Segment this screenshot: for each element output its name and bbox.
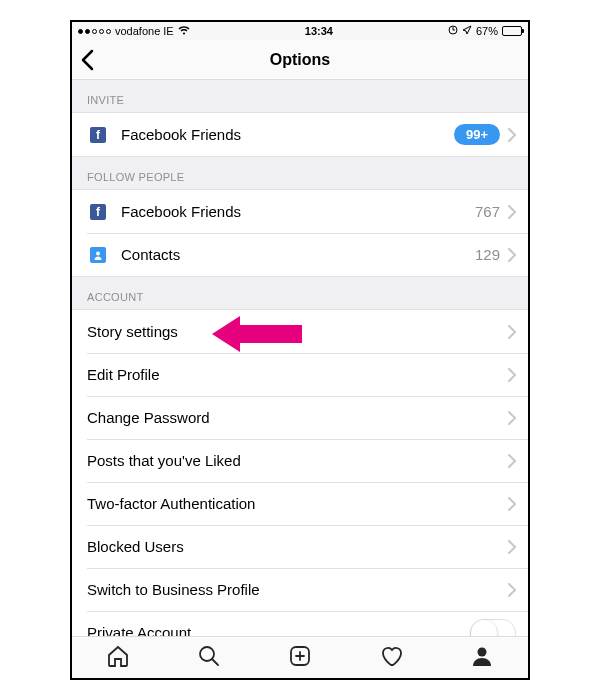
chevron-right-icon [508,497,516,511]
chevron-right-icon [508,368,516,382]
facebook-icon: f [87,204,109,220]
status-bar: vodafone IE 13:34 67% [72,22,528,40]
row-change-password[interactable]: Change Password [72,396,528,439]
section-invite: f Facebook Friends 99+ [72,112,528,157]
row-label: Switch to Business Profile [87,581,508,598]
facebook-icon: f [87,127,109,143]
phone-frame: vodafone IE 13:34 67% Options INVITE [70,20,530,680]
compass-icon [448,25,458,37]
battery-pct: 67% [476,25,498,37]
row-follow-contacts[interactable]: Contacts 129 [72,233,528,276]
svg-line-3 [212,659,218,665]
row-label: Facebook Friends [121,203,475,220]
row-label: Facebook Friends [121,126,454,143]
add-post-icon [288,644,312,672]
row-posts-liked[interactable]: Posts that you've Liked [72,439,528,482]
row-count: 767 [475,203,500,220]
content-scroll[interactable]: INVITE f Facebook Friends 99+ FOLLOW PEO… [72,80,528,636]
row-label: Change Password [87,409,508,426]
row-invite-facebook-friends[interactable]: f Facebook Friends 99+ [72,113,528,156]
tab-add[interactable] [254,637,345,678]
tab-search[interactable] [163,637,254,678]
section-account: Story settings Edit Profile Change Passw… [72,309,528,636]
chevron-right-icon [508,454,516,468]
row-label: Blocked Users [87,538,508,555]
battery-icon [502,26,522,36]
row-story-settings[interactable]: Story settings [72,310,528,353]
chevron-right-icon [508,540,516,554]
wifi-icon [178,25,190,37]
row-two-factor-auth[interactable]: Two-factor Authentication [72,482,528,525]
page-title: Options [270,51,330,69]
row-label: Edit Profile [87,366,508,383]
svg-point-1 [96,251,100,255]
location-icon [462,25,472,37]
row-switch-business-profile[interactable]: Switch to Business Profile [72,568,528,611]
row-label: Posts that you've Liked [87,452,508,469]
tab-activity[interactable] [346,637,437,678]
chevron-right-icon [508,205,516,219]
status-time: 13:34 [305,25,333,37]
tab-home[interactable] [72,637,163,678]
chevron-right-icon [508,248,516,262]
row-blocked-users[interactable]: Blocked Users [72,525,528,568]
nav-bar: Options [72,40,528,80]
back-button[interactable] [80,49,94,71]
tab-profile[interactable] [437,637,528,678]
chevron-right-icon [508,411,516,425]
row-edit-profile[interactable]: Edit Profile [72,353,528,396]
search-icon [197,644,221,672]
svg-point-7 [478,647,487,656]
signal-dots-icon [78,29,111,34]
contacts-icon [87,247,109,263]
chevron-right-icon [508,325,516,339]
carrier-label: vodafone IE [115,25,174,37]
private-account-toggle[interactable] [470,619,516,637]
section-header-follow: FOLLOW PEOPLE [72,157,528,189]
section-header-invite: INVITE [72,80,528,112]
row-count: 129 [475,246,500,263]
section-header-account: ACCOUNT [72,277,528,309]
section-follow: f Facebook Friends 767 Contacts 129 [72,189,528,277]
row-follow-facebook-friends[interactable]: f Facebook Friends 767 [72,190,528,233]
chevron-right-icon [508,583,516,597]
count-badge: 99+ [454,124,500,145]
row-label: Private Account [87,624,470,636]
row-label: Two-factor Authentication [87,495,508,512]
profile-icon [470,644,494,672]
heart-icon [379,644,403,672]
chevron-right-icon [508,128,516,142]
row-private-account[interactable]: Private Account [72,611,528,636]
row-label: Contacts [121,246,475,263]
tab-bar [72,636,528,678]
home-icon [106,644,130,672]
row-label: Story settings [87,323,508,340]
